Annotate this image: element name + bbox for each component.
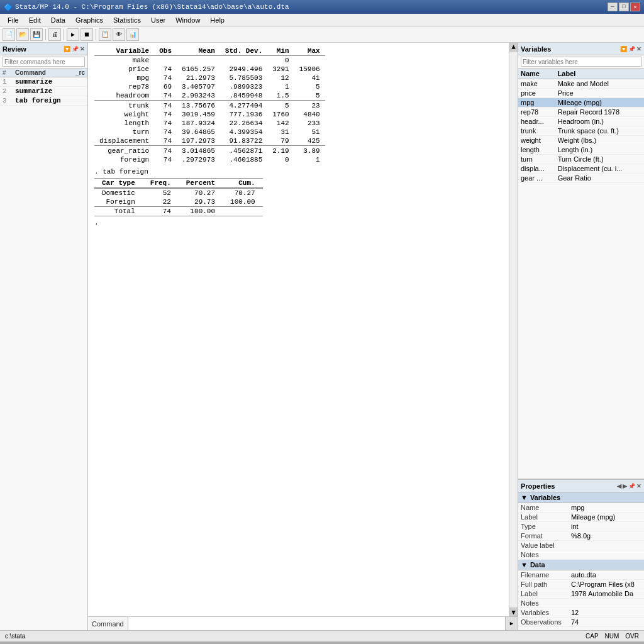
variables-close-icon[interactable]: ✕ xyxy=(636,46,641,52)
new-button[interactable]: 📄 xyxy=(3,28,15,41)
status-right: CAP NUM OVR xyxy=(586,633,639,640)
variables-search-input[interactable] xyxy=(521,57,641,67)
list-item[interactable]: weight Weight (lbs.) xyxy=(518,136,644,145)
menu-file[interactable]: File xyxy=(3,15,24,25)
variables-pin-icon[interactable]: 📌 xyxy=(628,46,635,52)
review-filter-icon[interactable]: 🔽 xyxy=(64,46,70,52)
properties-icons: ◀ ▶ 📌 ✕ xyxy=(617,483,641,489)
output-content[interactable]: Variable Obs Mean Std. Dev. Min Max make xyxy=(88,43,509,616)
log-button[interactable]: 📋 xyxy=(99,28,111,41)
table-row: make 0 xyxy=(94,56,325,65)
menu-statistics[interactable]: Statistics xyxy=(108,15,146,25)
variables-search-box xyxy=(518,55,644,69)
list-item[interactable]: 1 summarize xyxy=(0,77,87,87)
prop-format: Format %8.0g xyxy=(518,531,644,541)
props-back-icon[interactable]: ◀ xyxy=(617,483,621,489)
list-item[interactable]: mpg Mileage (mpg) xyxy=(518,98,644,108)
command-list-header: # Command _rc xyxy=(0,69,87,77)
run-button[interactable]: ▶ xyxy=(67,28,79,41)
table-row: displacement 74 197.2973 91.83722 79 425 xyxy=(94,136,325,146)
review-search-input[interactable] xyxy=(3,57,85,67)
status-ovr: OVR xyxy=(625,633,639,640)
table-row: Foreign 22 29.73 100.00 xyxy=(94,197,263,207)
list-item[interactable]: length Length (in.) xyxy=(518,145,644,155)
prop-datalabel: Label 1978 Automobile Da xyxy=(518,589,644,599)
list-item[interactable]: rep78 Repair Record 1978 xyxy=(518,108,644,117)
review-close-icon[interactable]: ✕ xyxy=(80,46,85,52)
review-header: Review 🔽 📌 ✕ xyxy=(0,43,87,55)
summarize-table: Variable Obs Mean Std. Dev. Min Max make xyxy=(94,47,325,164)
command-input[interactable] xyxy=(128,617,505,630)
data-section-header[interactable]: ▼ Data xyxy=(518,560,644,570)
col-num-header: # xyxy=(3,69,15,76)
properties-header: Properties ◀ ▶ 📌 ✕ xyxy=(518,480,644,492)
scroll-up-button[interactable]: ▲ xyxy=(509,43,518,52)
props-pin-icon[interactable]: 📌 xyxy=(628,483,635,489)
window-controls: ─ □ ✕ xyxy=(608,3,640,11)
viewer-button[interactable]: 👁 xyxy=(113,28,125,41)
list-item[interactable]: 3 tab foreign xyxy=(0,96,87,106)
command-bar: Command ▶ xyxy=(88,616,518,630)
list-item[interactable]: headr... Headroom (in.) xyxy=(518,117,644,126)
graph-button[interactable]: 📊 xyxy=(126,28,139,41)
col-label-header[interactable]: Label xyxy=(555,69,644,79)
status-bar: c:\stata CAP NUM OVR xyxy=(0,630,644,641)
list-item[interactable]: turn Turn Circle (ft.) xyxy=(518,155,644,164)
close-button[interactable]: ✕ xyxy=(630,3,640,11)
list-item[interactable]: trunk Trunk space (cu. ft.) xyxy=(518,126,644,136)
scroll-track[interactable] xyxy=(509,52,518,608)
command-label: Command xyxy=(88,617,128,630)
tab-col-freq: Freq. xyxy=(143,179,179,189)
menu-edit[interactable]: Edit xyxy=(24,15,46,25)
menu-data[interactable]: Data xyxy=(46,15,70,25)
print-button[interactable]: 🖨 xyxy=(48,28,61,41)
table-row-total: Total 74 100.00 xyxy=(94,207,263,216)
title-bar: 🔷 Stata/MP 14.0 - C:\Program Files (x86)… xyxy=(0,0,644,14)
variable-table-header: Name Label xyxy=(518,69,644,79)
toolbar-sep3 xyxy=(96,29,96,40)
col-name-header[interactable]: Name xyxy=(518,69,555,79)
maximize-button[interactable]: □ xyxy=(619,3,629,11)
save-button[interactable]: 💾 xyxy=(30,28,43,41)
menu-graphics[interactable]: Graphics xyxy=(70,15,108,25)
scroll-down-button[interactable]: ▼ xyxy=(509,608,518,616)
prop-fullpath: Full path C:\Program Files (x8 xyxy=(518,580,644,589)
menu-help[interactable]: Help xyxy=(205,15,230,25)
properties-panel: Properties ◀ ▶ 📌 ✕ ▼ Variables Name m xyxy=(518,479,644,630)
table-row: Domestic 52 70.27 70.27 xyxy=(94,188,263,197)
prop-variables: Variables 12 xyxy=(518,608,644,618)
properties-title: Properties xyxy=(521,482,555,490)
variable-list: Name Label make Make and Model price Pri… xyxy=(518,69,644,479)
review-pin-icon[interactable]: 📌 xyxy=(72,46,79,52)
tab-table: Car type Freq. Percent Cum. Domestic 52 … xyxy=(94,178,263,216)
list-item[interactable]: 2 summarize xyxy=(0,87,87,96)
list-item[interactable]: displa... Displacement (cu. i... xyxy=(518,164,644,174)
list-item[interactable]: make Make and Model xyxy=(518,79,644,89)
minimize-button[interactable]: ─ xyxy=(608,3,618,11)
menu-user[interactable]: User xyxy=(146,15,170,25)
tab-col-cum: Cum. xyxy=(223,179,263,189)
menu-bar: File Edit Data Graphics Statistics User … xyxy=(0,14,644,26)
col-sd: Std. Dev. xyxy=(220,47,267,56)
status-path: c:\stata xyxy=(5,633,25,640)
prop-type: Type int xyxy=(518,522,644,531)
variables-filter-icon[interactable]: 🔽 xyxy=(620,46,627,52)
tab-command: tab foreign xyxy=(94,168,502,175)
stop-button[interactable]: ⏹ xyxy=(80,28,93,41)
expand-icon: ▼ xyxy=(521,494,528,501)
list-item[interactable]: price Price xyxy=(518,89,644,98)
list-item[interactable]: gear ... Gear Ratio xyxy=(518,174,644,183)
col-obs: Obs xyxy=(154,47,177,56)
command-run-button[interactable]: ▶ xyxy=(505,617,518,630)
window-title: Stata/MP 14.0 - C:\Program Files (x86)\S… xyxy=(15,3,289,11)
props-close-icon[interactable]: ✕ xyxy=(636,483,641,489)
props-forward-icon[interactable]: ▶ xyxy=(623,483,627,489)
table-row: headroom 74 2.993243 .8459948 1.5 5 xyxy=(94,91,325,101)
variables-section-header[interactable]: ▼ Variables xyxy=(518,492,644,503)
table-row: gear_ratio 74 3.014865 .4562871 2.19 3.8… xyxy=(94,146,325,156)
output-row: Variable Obs Mean Std. Dev. Min Max make xyxy=(88,43,518,616)
open-button[interactable]: 📂 xyxy=(16,28,29,41)
menu-window[interactable]: Window xyxy=(170,15,205,25)
table-row: price 74 6165.257 2949.496 3291 15906 xyxy=(94,65,325,74)
output-scrollbar[interactable]: ▲ ▼ xyxy=(509,43,518,616)
